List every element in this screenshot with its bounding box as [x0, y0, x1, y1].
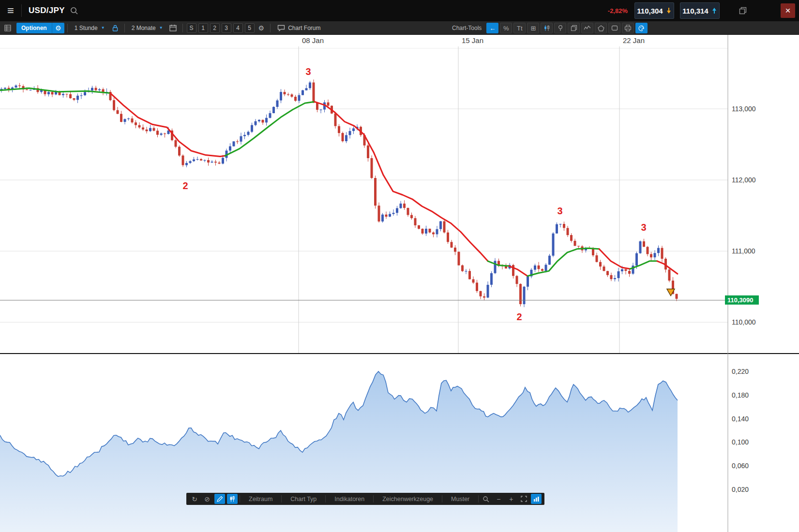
moving-average-line — [0, 88, 678, 276]
zoom-icon[interactable] — [481, 494, 491, 504]
svg-text:110,000: 110,000 — [732, 318, 756, 326]
svg-text:0,140: 0,140 — [732, 415, 749, 423]
wave-icon — [584, 25, 591, 31]
current-price-badge: 110,3090 — [725, 296, 759, 305]
candles — [0, 79, 678, 307]
layers-button[interactable] — [568, 23, 580, 33]
chart-tools-group: Chart-Tools ← % Tt ⊞ — [452, 23, 648, 33]
bottom-chart-toolbar: ↻ ⊘ Zeitraum Chart Typ Indikatoren Zeich… — [186, 493, 544, 505]
range-label: 2 Monate — [132, 25, 156, 31]
interval-label: 1 Stunde — [75, 25, 98, 31]
disable-overlay-icon[interactable]: ⊘ — [202, 494, 212, 504]
speech-bubble-icon — [277, 25, 285, 31]
watchlist-icon[interactable] — [2, 23, 13, 33]
menu-indikatoren[interactable]: Indikatoren — [328, 496, 371, 502]
palette-button[interactable] — [635, 23, 648, 33]
chart-forum-button[interactable]: Chart Forum — [277, 25, 320, 31]
divider — [67, 24, 68, 32]
title-bar: ≡ USD/JPY -2,82% 110,304 110,314 — [0, 0, 799, 21]
printer-icon — [624, 25, 632, 31]
price-chart[interactable]: 08 Jan15 Jan22 Jan113,000112,000111,0001… — [0, 35, 799, 532]
svg-text:110,3090: 110,3090 — [727, 296, 754, 304]
divider — [373, 495, 374, 502]
fullscreen-icon[interactable] — [518, 494, 529, 504]
close-icon[interactable]: × — [781, 3, 795, 18]
pin-icon — [558, 25, 563, 31]
wave-annotations: 32323 — [182, 66, 646, 323]
speed-button-1[interactable]: 1 — [198, 23, 208, 33]
range-dropdown[interactable]: 2 Monate ▼ — [128, 23, 167, 33]
options-gear-icon[interactable]: ⚙ — [52, 23, 64, 33]
speed-button-2[interactable]: 2 — [210, 23, 220, 33]
speed-button-3[interactable]: 3 — [222, 23, 231, 33]
lock-icon[interactable] — [110, 23, 121, 33]
percent-scale-button[interactable]: % — [500, 23, 512, 33]
interval-dropdown[interactable]: 1 Stunde ▼ — [71, 23, 109, 33]
chart-tools-label: Chart-Tools — [452, 25, 482, 31]
arrow-down-icon — [666, 7, 672, 14]
sell-button[interactable]: 110,304 — [634, 2, 674, 19]
indicator-wave-button[interactable] — [581, 23, 593, 33]
menu-zeitraum[interactable]: Zeitraum — [242, 496, 279, 502]
chart-forum-label: Chart Forum — [288, 25, 320, 31]
grid-button[interactable]: ⊞ — [527, 23, 539, 33]
chart-toolbar: Optionen ⚙ 1 Stunde ▼ 2 Monate ▼ — [0, 21, 799, 35]
date-axis-labels: 08 Jan15 Jan22 Jan — [302, 36, 645, 44]
chevron-down-icon: ▼ — [101, 26, 105, 30]
draw-pencil-icon[interactable] — [214, 494, 225, 504]
speed-button-4[interactable]: 4 — [233, 23, 243, 33]
print-button[interactable] — [622, 23, 634, 33]
svg-text:22 Jan: 22 Jan — [623, 36, 645, 44]
divider — [325, 495, 326, 502]
buy-button[interactable]: 110,314 — [680, 2, 720, 19]
svg-text:08 Jan: 08 Jan — [302, 36, 324, 44]
zoom-out-icon[interactable]: − — [493, 494, 504, 504]
svg-text:2: 2 — [516, 311, 522, 322]
buy-price: 110,314 — [682, 7, 708, 15]
back-button[interactable]: ← — [486, 23, 498, 33]
menu-zeichenwerkzeuge[interactable]: Zeichenwerkzeuge — [376, 496, 440, 502]
mini-chart-icon[interactable] — [531, 494, 542, 504]
zoom-in-icon[interactable]: + — [506, 494, 516, 504]
svg-text:0,100: 0,100 — [732, 438, 749, 446]
text-tool-button[interactable]: Tt — [513, 23, 526, 33]
settings-gear-icon[interactable]: ⚙ — [258, 24, 265, 32]
pin-button[interactable] — [554, 23, 566, 33]
chart-canvas[interactable]: 08 Jan15 Jan22 Jan113,000112,000111,0001… — [0, 35, 799, 532]
calendar-icon[interactable] — [168, 23, 179, 33]
menu-chart-typ[interactable]: Chart Typ — [284, 496, 323, 502]
divider — [442, 495, 442, 502]
refresh-icon[interactable]: ↻ — [189, 494, 200, 504]
divider — [182, 24, 183, 32]
chevron-down-icon: ▼ — [159, 26, 163, 30]
svg-text:0,220: 0,220 — [732, 368, 749, 375]
optionen-button[interactable]: Optionen — [16, 23, 52, 33]
svg-text:0,020: 0,020 — [732, 486, 749, 493]
svg-text:3: 3 — [305, 66, 311, 77]
menu-muster[interactable]: Muster — [444, 496, 476, 502]
candlestick-icon — [543, 25, 550, 31]
shapes-button[interactable] — [595, 23, 607, 33]
frame-button[interactable] — [608, 23, 620, 33]
candle-style-button[interactable] — [541, 23, 553, 33]
divider — [281, 495, 282, 502]
divider — [240, 495, 240, 502]
svg-text:113,000: 113,000 — [732, 105, 756, 113]
speed-button-s[interactable]: S — [187, 23, 196, 33]
frame-icon — [611, 25, 618, 31]
panel-divider — [0, 353, 799, 354]
candle-type-icon[interactable] — [227, 494, 238, 504]
svg-text:0,180: 0,180 — [732, 391, 749, 399]
pentagon-icon — [598, 25, 604, 31]
svg-text:0,060: 0,060 — [732, 462, 749, 470]
divider — [124, 24, 125, 32]
svg-text:3: 3 — [641, 222, 646, 233]
menu-icon[interactable]: ≡ — [0, 0, 21, 21]
restore-window-icon[interactable] — [739, 7, 747, 15]
divider — [270, 24, 271, 32]
change-percent: -2,82% — [608, 7, 628, 15]
svg-text:3: 3 — [557, 206, 562, 216]
svg-text:2: 2 — [182, 180, 188, 191]
search-icon[interactable] — [70, 6, 78, 15]
speed-button-5[interactable]: 5 — [245, 23, 255, 33]
